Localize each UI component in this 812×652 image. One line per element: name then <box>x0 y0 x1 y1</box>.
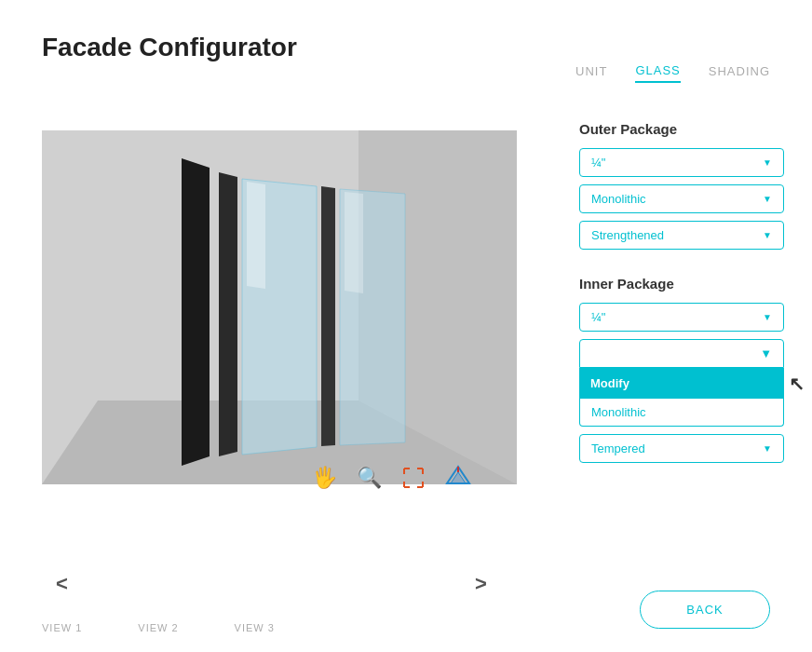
outer-thickness-row: ¼" ▼ <box>579 148 784 177</box>
outer-type-value: Monolithic <box>591 192 646 206</box>
zoom-tool-icon[interactable]: 🔍 <box>352 461 386 495</box>
tab-bar: UNIT GLASS SHADING <box>575 63 770 83</box>
modify-option[interactable]: Modify ↖ <box>579 368 784 399</box>
view-tabs: VIEW 1 VIEW 2 VIEW 3 <box>42 622 275 633</box>
svg-marker-10 <box>345 192 363 293</box>
inner-treatment-row: Tempered ▼ <box>579 434 784 463</box>
page-title: Facade Configurator <box>42 33 297 62</box>
outer-type-row: Monolithic ▼ <box>579 184 784 213</box>
inner-type-dropdown-header[interactable]: ▼ <box>579 339 784 368</box>
inner-thickness-dropdown[interactable]: ¼" ▼ <box>579 303 784 332</box>
pan-tool-icon[interactable]: 🖐 <box>307 461 341 495</box>
svg-marker-4 <box>182 158 210 466</box>
back-button[interactable]: BACK <box>640 591 770 629</box>
tab-glass[interactable]: GLASS <box>635 63 680 83</box>
inner-thickness-arrow-icon: ▼ <box>763 312 772 322</box>
inner-type-arrow-icon: ▼ <box>760 346 772 360</box>
outer-treatment-dropdown[interactable]: Strengthened ▼ <box>579 221 784 250</box>
outer-treatment-row: Strengthened ▼ <box>579 221 784 250</box>
fit-tool-icon[interactable] <box>397 461 430 495</box>
toolbar: 🖐 🔍 <box>307 461 475 495</box>
outer-type-arrow-icon: ▼ <box>763 194 772 204</box>
outer-type-dropdown[interactable]: Monolithic ▼ <box>579 184 784 213</box>
modify-label: Modify <box>590 376 629 390</box>
tab-unit[interactable]: UNIT <box>575 64 607 82</box>
outer-thickness-value: ¼" <box>591 156 605 170</box>
view-tab-1[interactable]: VIEW 1 <box>42 622 82 633</box>
inner-thickness-value: ¼" <box>591 310 605 324</box>
outer-package-label: Outer Package <box>579 121 784 137</box>
nav-prev-button[interactable]: < <box>56 572 68 596</box>
inner-type-option[interactable]: Monolithic <box>579 399 784 427</box>
inner-package-section: Inner Package ¼" ▼ ▼ Modify ↖ Monolithic <box>579 276 784 463</box>
view-tab-3[interactable]: VIEW 3 <box>235 622 275 633</box>
inner-treatment-arrow-icon: ▼ <box>763 443 772 454</box>
inner-package-label: Inner Package <box>579 276 784 292</box>
svg-marker-5 <box>219 172 237 456</box>
svg-marker-7 <box>247 182 265 289</box>
view-tab-2[interactable]: VIEW 2 <box>138 622 178 633</box>
inner-thickness-row: ¼" ▼ <box>579 303 784 332</box>
inner-treatment-value: Tempered <box>591 441 645 455</box>
inner-type-value: Monolithic <box>591 405 646 419</box>
nav-next-button[interactable]: > <box>475 572 487 596</box>
outer-thickness-dropdown[interactable]: ¼" ▼ <box>579 148 784 177</box>
svg-marker-8 <box>321 186 335 446</box>
outer-treatment-value: Strengthened <box>591 228 664 242</box>
cursor-arrow-icon: ↖ <box>789 373 805 395</box>
viewport <box>42 130 517 484</box>
perspective-tool-icon[interactable] <box>441 461 475 495</box>
tab-shading[interactable]: SHADING <box>709 64 770 82</box>
outer-treatment-arrow-icon: ▼ <box>763 230 772 240</box>
right-panel: Outer Package ¼" ▼ Monolithic ▼ Strength… <box>579 121 784 470</box>
inner-type-dropdown-open: ▼ Modify ↖ Monolithic <box>579 339 784 427</box>
outer-thickness-arrow-icon: ▼ <box>763 157 772 168</box>
inner-treatment-dropdown[interactable]: Tempered ▼ <box>579 434 784 463</box>
